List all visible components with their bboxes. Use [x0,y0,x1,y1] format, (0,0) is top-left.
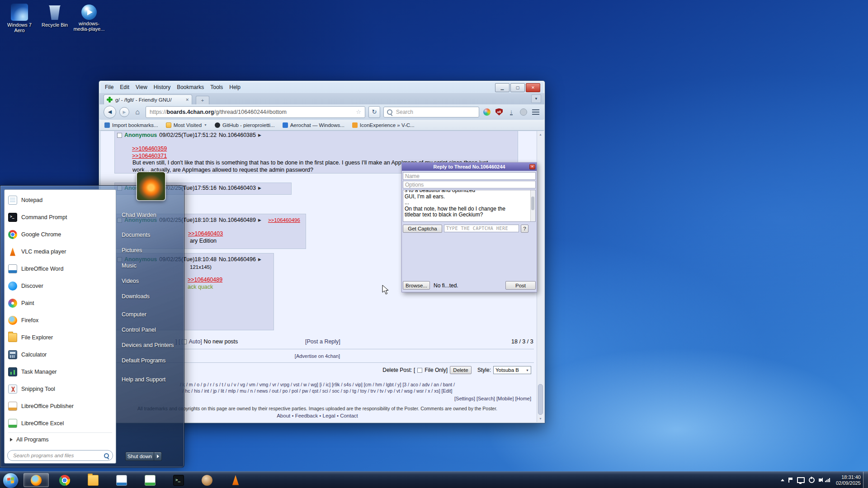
hamburger-menu-icon[interactable] [531,108,540,117]
browse-button[interactable]: Browse... [403,281,430,290]
start-item-libreoffice-excel[interactable]: LibreOffice Excel [5,415,116,432]
post-menu-icon[interactable]: ▶ [258,133,261,137]
desktop-icon-recycle-bin[interactable]: Recycle Bin [38,4,71,28]
start-search-input[interactable] [12,452,104,459]
file-only-checkbox[interactable] [417,368,422,373]
taskbar-file-explorer[interactable] [80,473,106,487]
start-item-vlc[interactable]: VLC media player [5,243,116,260]
ublock-origin-icon[interactable]: u0 [495,108,504,117]
taskbar-libreoffice-calc[interactable] [137,473,163,487]
start-item-computer[interactable]: Computer [116,307,180,322]
start-item-documents[interactable]: Documents [116,227,180,243]
quote-link[interactable]: >>106460403 [188,230,223,237]
start-item-libreoffice-word[interactable]: LibreOffice Word [5,260,116,277]
menu-edit[interactable]: Edit [117,83,132,91]
menu-history[interactable]: History [151,83,174,91]
options-field[interactable] [403,181,536,188]
start-item-task-manager[interactable]: Task Manager [5,363,116,380]
board-nav-line3[interactable]: [Settings] [Search] [Mobile] [Home] [454,396,531,401]
taskbar-gimp[interactable] [194,473,220,487]
post-menu-icon[interactable]: ▶ [258,218,261,222]
quote-link[interactable]: >>106460371 [132,153,167,159]
post-number[interactable]: No.106460385 [219,132,256,138]
action-center-flag-icon[interactable] [788,478,793,483]
get-captcha-button[interactable]: Get Captcha [403,225,442,233]
volume-icon[interactable] [819,479,821,482]
forward-button[interactable]: ▶ [119,107,129,117]
post-menu-icon[interactable]: ▶ [258,257,261,262]
menu-bookmarks[interactable]: Bookmarks [174,83,207,91]
extension-globe-icon[interactable] [482,108,491,117]
start-item-pictures[interactable]: Pictures [116,243,180,258]
scroll-up-icon[interactable]: ▲ [537,131,544,138]
scrollbar-thumb[interactable] [538,384,543,415]
post-number[interactable]: No.106460496 [219,256,256,263]
style-select[interactable]: Yotsuba B ▼ [493,366,531,374]
start-item-file-explorer[interactable]: File Explorer [5,329,116,346]
name-field[interactable] [403,172,536,180]
shutdown-button[interactable]: Shut down [125,452,154,461]
post-checkbox[interactable] [117,133,122,138]
post-number[interactable]: No.106460489 [219,217,256,223]
taskbar-terminal[interactable] [166,473,191,487]
power-plug-icon[interactable] [809,477,815,483]
delete-button[interactable]: Delete [450,366,472,374]
start-item-discover[interactable]: Discover [5,277,116,295]
addon-icon[interactable] [519,108,528,117]
post-number[interactable]: No.106460403 [219,185,256,191]
post-a-reply-link[interactable]: [Post a Reply] [305,338,340,345]
menu-help[interactable]: Help [226,83,244,91]
list-tabs-button[interactable]: ▼ [531,94,541,103]
user-name[interactable]: Chad Warden [116,207,180,223]
menu-tools[interactable]: Tools [207,83,226,91]
bookmark-aerochat[interactable]: Aerochat — Windows... [283,122,344,128]
minimize-button[interactable]: ▁ [495,83,509,92]
maximize-button[interactable]: ▢ [510,83,525,92]
menu-view[interactable]: View [132,83,151,91]
bookmark-most-visited[interactable]: Most Visited ▼ [166,122,207,128]
backlink[interactable]: >>106460496 [268,217,300,223]
reload-button[interactable]: ↻ [368,106,380,118]
start-item-control-panel[interactable]: Control Panel [116,322,180,338]
shutdown-options-arrow[interactable] [154,452,162,461]
tab-close-icon[interactable]: ✕ [185,98,189,102]
start-item-command-prompt[interactable]: Command Prompt [5,209,116,226]
start-item-snipping-tool[interactable]: Snipping Tool [5,380,116,398]
user-avatar[interactable] [137,172,165,200]
home-button[interactable]: ⌂ [132,107,142,117]
menu-file[interactable]: File [102,83,117,91]
search-input[interactable] [395,108,476,116]
post-menu-icon[interactable]: ▶ [258,186,261,190]
bookmark-iconexperience[interactable]: IconExperience » V-C... [352,122,415,128]
taskbar-clock[interactable]: 18:31:40 02/09/2025 [836,474,861,486]
close-icon[interactable]: ✕ [529,164,535,169]
comment-textarea[interactable]: s to a beautiful and optimized GUI, I'm … [403,190,536,222]
scroll-down-icon[interactable]: ▼ [537,415,544,422]
textarea-scrollbar[interactable] [530,190,535,221]
network-icon[interactable] [825,478,830,482]
start-item-notepad[interactable]: Notepad [5,192,116,209]
bookmark-import[interactable]: Import bookmarks... [104,122,158,128]
start-item-firefox[interactable]: Firefox [5,312,116,329]
captcha-help-button[interactable]: ? [521,225,528,233]
bookmark-star-icon[interactable]: ☆ [356,108,361,115]
desktop-icon-media-player[interactable]: windows-media-playe... [72,4,106,32]
start-item-music[interactable]: Music [116,258,180,273]
downloads-icon[interactable]: ↓ [507,108,516,117]
start-item-videos[interactable]: Videos [116,273,180,289]
captcha-input[interactable] [444,225,519,232]
search-box[interactable] [383,107,479,117]
desktop-icon-windows7-aero[interactable]: Windows 7 Aero [3,4,36,33]
back-button[interactable]: ◀ [104,106,116,118]
start-button[interactable] [3,473,19,488]
taskbar-libreoffice-writer[interactable] [109,473,134,487]
taskbar-firefox[interactable] [24,473,49,487]
taskbar-vlc[interactable] [223,473,248,487]
new-tab-button[interactable]: + [196,96,209,104]
start-search-box[interactable] [7,450,113,461]
start-item-devices-printers[interactable]: Devices and Printers [116,338,180,353]
start-item-paint[interactable]: Paint [5,295,116,312]
post-button[interactable]: Post [505,281,536,290]
start-item-help-support[interactable]: Help and Support [116,372,180,387]
tab-4chan-thread[interactable]: g/ - /fglt/ - Friendly GNU/ ✕ [104,94,192,104]
